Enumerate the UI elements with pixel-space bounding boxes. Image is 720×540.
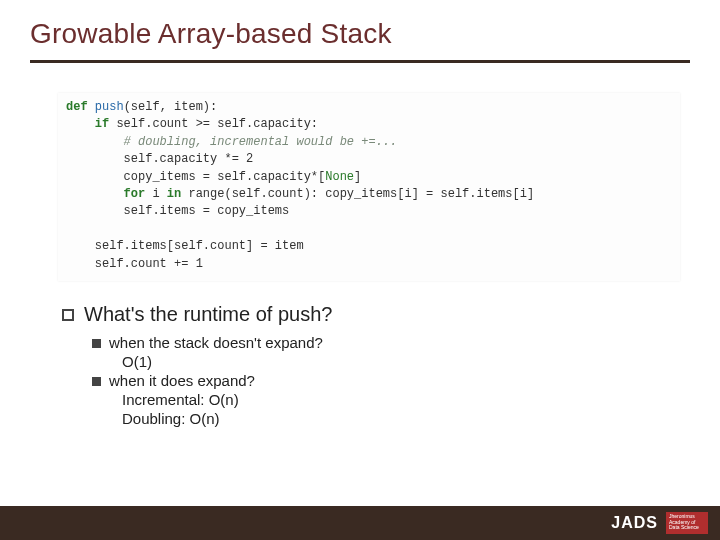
code-l4: self.capacity *= 2 [124,152,254,166]
logo-text: JADS [611,514,658,532]
sub-bullets: when the stack doesn't expand? O(1) when… [92,334,690,427]
lit-none: None [325,170,354,184]
code-l6-rest: range(self.count): copy_items[i] = self.… [181,187,534,201]
sub-bullet-b: when it does expand? [92,372,690,389]
kw-def: def [66,100,88,114]
sub-a-q: when the stack doesn't expand? [109,334,323,351]
slide: Growable Array-based Stack def push(self… [0,0,720,540]
code-l2-rest: self.count >= self.capacity: [109,117,318,131]
code-l5a: copy_items = self.capacity*[ [124,170,326,184]
question-text: What's the runtime of push? [84,303,332,326]
fn-push: push [95,100,124,114]
code-block: def push(self, item): if self.count >= s… [58,93,680,281]
bullet-l1: What's the runtime of push? [62,303,690,326]
filled-square-icon [92,377,101,386]
code-l1-rest: (self, item): [124,100,218,114]
footer-bar: JADS Jheronimus Academy of Data Science [0,506,720,540]
logo-red-box: Jheronimus Academy of Data Science [666,512,708,534]
title-underline [30,60,690,63]
code-l9: self.count += 1 [95,257,203,271]
code-l5c: ] [354,170,361,184]
bullet-list: What's the runtime of push? when the sta… [62,303,690,427]
square-bullet-icon [62,309,74,321]
code-l7: self.items = copy_items [124,204,290,218]
sub-bullet-a: when the stack doesn't expand? [92,334,690,351]
sub-a-ans: O(1) [122,353,690,370]
sub-b-ans2: Doubling: O(n) [122,410,690,427]
code-l6-mid: i [145,187,167,201]
code-l8: self.items[self.count] = item [95,239,304,253]
slide-title: Growable Array-based Stack [30,18,690,50]
kw-if: if [95,117,109,131]
sub-b-ans1: Incremental: O(n) [122,391,690,408]
sub-b-q: when it does expand? [109,372,255,389]
kw-in: in [167,187,181,201]
filled-square-icon [92,339,101,348]
code-comment: # doubling, incremental would be +=... [124,135,398,149]
kw-for: for [124,187,146,201]
